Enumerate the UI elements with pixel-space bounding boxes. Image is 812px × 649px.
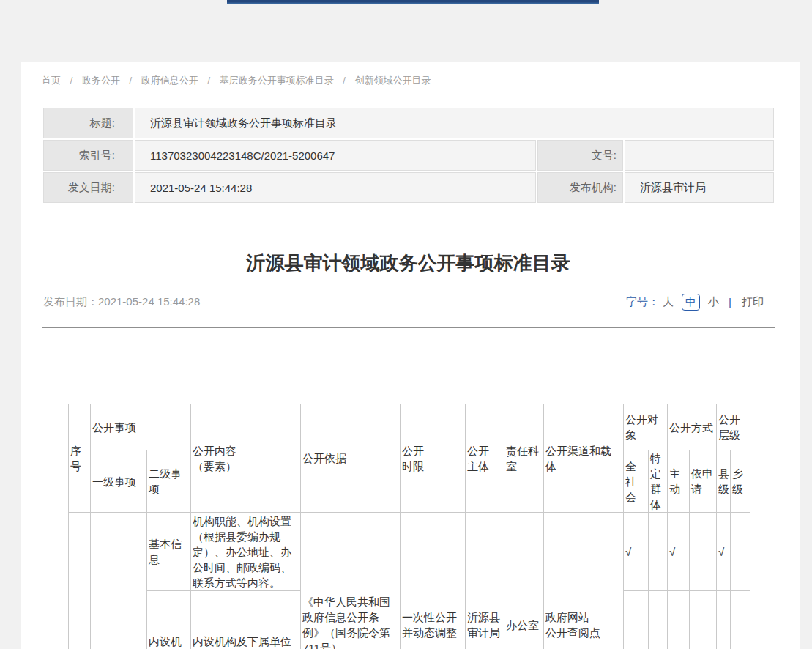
print-button[interactable]: 打印 xyxy=(742,295,764,309)
cell-upon-request-check xyxy=(690,513,717,591)
meta-value-pubdate: 2021-05-24 15:44:28 xyxy=(135,172,536,203)
header-responsible-dept: 责任科 室 xyxy=(504,404,544,513)
catalog-header-row-1: 序 号 公开事项 公开内容 （要素） 公开依据 公开 时限 公开 主体 责任科 … xyxy=(69,404,750,450)
cell-whole-society-check: √ xyxy=(624,591,649,649)
cell-proactive-check: √ xyxy=(668,513,690,591)
font-size-label: 字号： xyxy=(626,295,659,309)
catalog-row-basic-info: 基本信 息 机构职能、机构设置 （根据县委编办规 定）、办公地址、办 公时间、邮… xyxy=(69,513,750,591)
article-title: 沂源县审计领域政务公开事项标准目录 xyxy=(42,248,775,278)
breadcrumb-separator: / xyxy=(207,75,210,86)
font-size-medium-button[interactable]: 中 xyxy=(682,294,700,311)
header-proactive: 主 动 xyxy=(668,450,690,513)
catalog-table: 序 号 公开事项 公开内容 （要素） 公开依据 公开 时限 公开 主体 责任科 … xyxy=(68,404,750,649)
breadcrumb-separator: / xyxy=(70,75,73,86)
cell-responsible-dept: 办公室 xyxy=(504,513,544,649)
header-disclosure-subject: 公开 主体 xyxy=(466,404,504,513)
content-inner: 首页 / 政务公开 / 政府信息公开 / 基层政务公开事项标准目录 / 创新领域… xyxy=(42,62,775,649)
meta-value-index: 11370323004223148C/2021-5200647 xyxy=(135,140,536,171)
meta-label-docno: 文号: xyxy=(537,140,623,171)
font-size-small-button[interactable]: 小 xyxy=(708,295,719,309)
meta-label-title: 标题: xyxy=(43,108,133,138)
toolbar-divider: | xyxy=(729,296,731,308)
header-whole-society: 全社 会 xyxy=(624,450,649,513)
meta-label-agency: 发布机构: xyxy=(537,172,623,203)
cell-county-level-check: √ xyxy=(717,591,731,649)
cell-specific-groups-check xyxy=(649,513,668,591)
breadcrumb-separator: / xyxy=(343,75,346,86)
cell-disclosure-subject: 沂源县 审计局 xyxy=(466,513,504,649)
cell-disclosure-basis: 《中华人民共和国 政府信息公开条 例》（国务院令第 711号） xyxy=(301,513,401,649)
header-disclosure-basis: 公开依据 xyxy=(301,404,401,513)
cell-disclosure-content: 内设机构及下属单位 设置、职能、办公地 址、办公时间、联系 方式、负责人姓名等 xyxy=(191,591,301,649)
cell-whole-society-check: √ xyxy=(624,513,649,591)
header-township-level: 乡 级 xyxy=(731,450,750,513)
header-disclosure-level-group: 公开 层级 xyxy=(717,404,750,450)
header-county-level: 县 级 xyxy=(717,450,731,513)
cell-level2-item: 基本信 息 xyxy=(147,513,191,591)
breadcrumb-item-xinxi[interactable]: 政府信息公开 xyxy=(141,74,198,87)
header-disclosure-items-group: 公开事项 xyxy=(91,404,191,450)
breadcrumb: 首页 / 政务公开 / 政府信息公开 / 基层政务公开事项标准目录 / 创新领域… xyxy=(42,62,775,97)
header-disclosure-method-group: 公开方式 xyxy=(668,404,717,450)
breadcrumb-item-jiceng[interactable]: 基层政务公开事项标准目录 xyxy=(220,74,334,87)
breadcrumb-item-zhengwu[interactable]: 政务公开 xyxy=(82,74,120,87)
breadcrumb-item-chuangxin[interactable]: 创新领域公开目录 xyxy=(355,74,431,87)
header-level1-item: 一级事项 xyxy=(91,450,147,513)
font-size-large-button[interactable]: 大 xyxy=(663,295,674,309)
cell-specific-groups-check xyxy=(649,591,668,649)
meta-value-title: 沂源县审计领域政务公开事项标准目录 xyxy=(135,108,774,138)
font-size-control: 字号： 大 中 小 | 打印 xyxy=(626,294,775,311)
page: { "topbar": { "color": "#24477d" }, "bre… xyxy=(0,0,812,649)
publish-date: 发布日期：2021-05-24 15:44:28 xyxy=(42,295,200,309)
cell-upon-request-check xyxy=(690,591,717,649)
header-specific-groups: 特 定 群 体 xyxy=(649,450,668,513)
meta-row-date: 发文日期: 2021-05-24 15:44:28 发布机构: 沂源县审计局 xyxy=(43,172,774,203)
meta-row-title: 标题: 沂源县审计领域政务公开事项标准目录 xyxy=(43,108,774,138)
document-meta-table: 标题: 沂源县审计领域政务公开事项标准目录 索引号: 1137032300422… xyxy=(42,106,775,204)
breadcrumb-item-home[interactable]: 首页 xyxy=(42,74,61,87)
header-serial-number: 序 号 xyxy=(69,404,91,513)
cell-township-level-check xyxy=(731,591,750,649)
header-upon-request: 依申 请 xyxy=(690,450,717,513)
cell-serial-number xyxy=(69,513,91,649)
header-disclosure-content: 公开内容 （要素） xyxy=(191,404,301,513)
cell-level1-item xyxy=(91,513,147,649)
meta-value-agency: 沂源县审计局 xyxy=(625,172,774,203)
cell-level2-item: 内设机 构及下 属事业 单位 xyxy=(147,591,191,649)
cell-channels-carriers: 政府网站 公开查阅点 xyxy=(544,513,624,649)
meta-value-docno xyxy=(625,140,774,171)
cell-disclosure-content: 机构职能、机构设置 （根据县委编办规 定）、办公地址、办 公时间、邮政编码、 联… xyxy=(191,513,301,591)
meta-label-pubdate: 发文日期: xyxy=(43,172,133,203)
cell-proactive-check: √ xyxy=(668,591,690,649)
header-channels-carriers: 公开渠道和载 体 xyxy=(544,404,624,513)
article-toolbar: 发布日期：2021-05-24 15:44:28 字号： 大 中 小 | 打印 xyxy=(42,291,775,328)
content-card: 首页 / 政务公开 / 政府信息公开 / 基层政务公开事项标准目录 / 创新领域… xyxy=(21,62,800,649)
header-disclosure-timelimit: 公开 时限 xyxy=(401,404,466,513)
breadcrumb-separator: / xyxy=(130,75,133,86)
header-disclosure-target-group: 公开对 象 xyxy=(624,404,668,450)
meta-label-index: 索引号: xyxy=(43,140,133,171)
cell-county-level-check: √ xyxy=(717,513,731,591)
publish-date-label: 发布日期： xyxy=(43,295,98,308)
publish-date-value: 2021-05-24 15:44:28 xyxy=(98,295,200,308)
meta-row-index: 索引号: 11370323004223148C/2021-5200647 文号: xyxy=(43,140,774,171)
cell-disclosure-timelimit: 一次性公开 并动态调整 xyxy=(401,513,466,649)
top-nav-bar-fragment xyxy=(227,0,599,4)
cell-township-level-check xyxy=(731,513,750,591)
header-level2-item: 二级事 项 xyxy=(147,450,191,513)
